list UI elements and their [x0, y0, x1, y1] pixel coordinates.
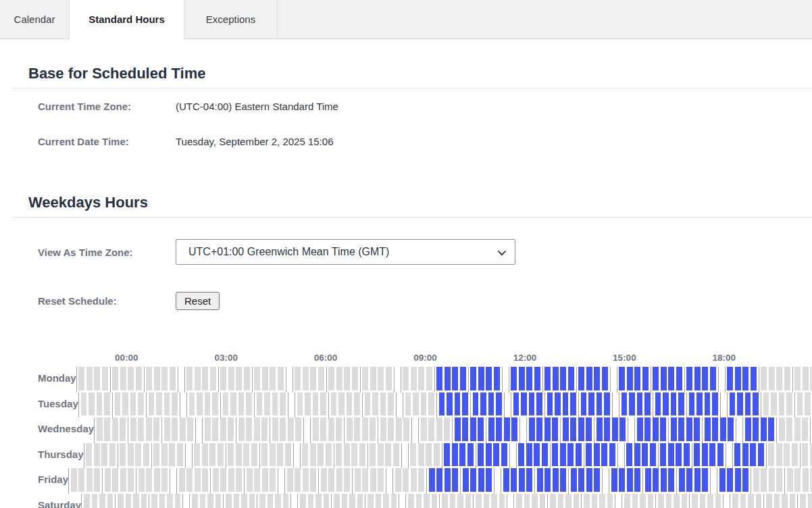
schedule-cell[interactable] [136, 367, 142, 390]
schedule-cell[interactable] [236, 367, 242, 390]
schedule-cell[interactable] [784, 367, 790, 390]
schedule-cell[interactable] [493, 443, 499, 467]
schedule-cell[interactable] [503, 468, 509, 492]
schedule-cell[interactable] [632, 494, 638, 508]
schedule-cell[interactable] [189, 392, 195, 416]
schedule-cell[interactable] [768, 417, 774, 441]
schedule-cell[interactable] [544, 367, 551, 390]
schedule-cell[interactable] [601, 443, 607, 467]
schedule-cell[interactable] [790, 494, 796, 508]
schedule-cell[interactable] [234, 494, 240, 508]
schedule-cell[interactable] [120, 468, 126, 492]
schedule-cell[interactable] [272, 392, 278, 416]
schedule-cell[interactable] [745, 417, 751, 441]
schedule-cell[interactable] [278, 367, 284, 390]
schedule-cell[interactable] [663, 392, 669, 416]
schedule-cell[interactable] [686, 367, 692, 390]
schedule-cell[interactable] [445, 468, 451, 492]
schedule-cell[interactable] [81, 392, 87, 416]
schedule-cell[interactable] [104, 392, 110, 416]
schedule-cell[interactable] [771, 392, 777, 416]
schedule-cell[interactable] [405, 392, 411, 416]
schedule-cell[interactable] [195, 468, 201, 492]
schedule-cell[interactable] [519, 468, 525, 492]
schedule-cell[interactable] [352, 367, 358, 390]
schedule-cell[interactable] [734, 443, 740, 467]
schedule-cell[interactable] [584, 494, 590, 508]
schedule-cell[interactable] [542, 443, 548, 467]
schedule-cell[interactable] [115, 392, 121, 416]
schedule-cell[interactable] [802, 417, 808, 441]
schedule-cell[interactable] [370, 367, 376, 390]
schedule-cell[interactable] [280, 417, 286, 441]
schedule-cell[interactable] [280, 392, 286, 416]
schedule-cell[interactable] [411, 468, 417, 492]
schedule-cell[interactable] [661, 367, 667, 390]
schedule-cell[interactable] [207, 494, 213, 508]
schedule-cell[interactable] [238, 417, 245, 441]
schedule-cell[interactable] [310, 468, 316, 492]
schedule-cell[interactable] [388, 417, 394, 441]
schedule-cell[interactable] [177, 443, 183, 467]
schedule-cell[interactable] [694, 367, 701, 390]
schedule-cell[interactable] [210, 367, 216, 390]
schedule-cell[interactable] [486, 443, 492, 467]
schedule-cell[interactable] [612, 417, 618, 441]
schedule-cell[interactable] [120, 367, 126, 390]
schedule-cell[interactable] [243, 443, 249, 467]
schedule-cell[interactable] [740, 494, 746, 508]
schedule-cell[interactable] [534, 367, 540, 390]
schedule-cell[interactable] [742, 443, 748, 467]
schedule-cell[interactable] [118, 494, 124, 508]
schedule-cell[interactable] [372, 392, 378, 416]
tab-calendar[interactable]: Calendar [0, 0, 70, 39]
schedule-cell[interactable] [650, 443, 656, 467]
schedule-cell[interactable] [540, 494, 546, 508]
schedule-cell[interactable] [347, 392, 353, 416]
schedule-cell[interactable] [478, 417, 484, 441]
schedule-cell[interactable] [362, 468, 368, 492]
schedule-cell[interactable] [212, 417, 218, 441]
schedule-cell[interactable] [92, 494, 98, 508]
schedule-cell[interactable] [94, 443, 100, 467]
schedule-cell[interactable] [112, 417, 118, 441]
schedule-cell[interactable] [578, 468, 584, 492]
schedule-cell[interactable] [526, 367, 532, 390]
schedule-cell[interactable] [735, 468, 741, 492]
schedule-cell[interactable] [370, 417, 376, 441]
schedule-cell[interactable] [717, 443, 724, 467]
schedule-cell[interactable] [336, 417, 342, 441]
schedule-cell[interactable] [478, 443, 484, 467]
schedule-cell[interactable] [172, 417, 178, 441]
schedule-cell[interactable] [359, 443, 365, 467]
schedule-cell[interactable] [380, 392, 386, 416]
schedule-cell[interactable] [357, 494, 363, 508]
schedule-cell[interactable] [169, 443, 175, 467]
schedule-cell[interactable] [202, 443, 208, 467]
schedule-cell[interactable] [315, 494, 322, 508]
schedule-cell[interactable] [143, 443, 149, 467]
schedule-cell[interactable] [416, 494, 422, 508]
schedule-cell[interactable] [442, 494, 448, 508]
schedule-cell[interactable] [138, 468, 145, 492]
schedule-cell[interactable] [653, 417, 659, 441]
schedule-cell[interactable] [97, 392, 103, 416]
schedule-cell[interactable] [71, 468, 77, 492]
schedule-cell[interactable] [101, 443, 107, 467]
schedule-cell[interactable] [141, 494, 147, 508]
schedule-cell[interactable] [268, 494, 274, 508]
schedule-cell[interactable] [536, 392, 542, 416]
schedule-cell[interactable] [496, 392, 502, 416]
schedule-cell[interactable] [544, 468, 551, 492]
schedule-cell[interactable] [376, 494, 382, 508]
schedule-cell[interactable] [496, 417, 502, 441]
schedule-cell[interactable] [218, 443, 224, 467]
schedule-cell[interactable] [135, 443, 141, 467]
schedule-cell[interactable] [732, 494, 738, 508]
schedule-cell[interactable] [655, 392, 661, 416]
schedule-cell[interactable] [578, 417, 584, 441]
schedule-cell[interactable] [534, 443, 540, 467]
schedule-cell[interactable] [344, 367, 350, 390]
schedule-cell[interactable] [634, 367, 640, 390]
schedule-cell[interactable] [205, 392, 211, 416]
